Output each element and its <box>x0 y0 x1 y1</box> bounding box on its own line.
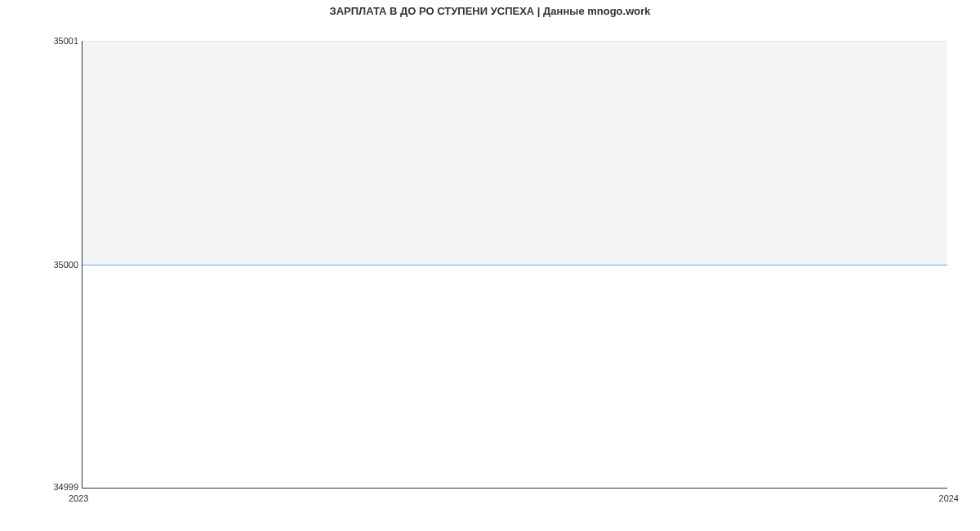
gridline-top <box>82 41 947 42</box>
y-tick-mid: 35000 <box>5 260 78 270</box>
data-line <box>82 265 947 266</box>
chart-title: ЗАРПЛАТА В ДО РО СТУПЕНИ УСПЕХА | Данные… <box>0 5 980 17</box>
plot-area <box>82 41 947 489</box>
x-tick-left: 2023 <box>69 493 88 503</box>
y-tick-top: 35001 <box>5 36 78 46</box>
grid-band <box>82 41 947 265</box>
chart-container: ЗАРПЛАТА В ДО РО СТУПЕНИ УСПЕХА | Данные… <box>0 0 980 531</box>
y-tick-bot: 34999 <box>5 482 78 492</box>
x-tick-right: 2024 <box>939 493 959 503</box>
